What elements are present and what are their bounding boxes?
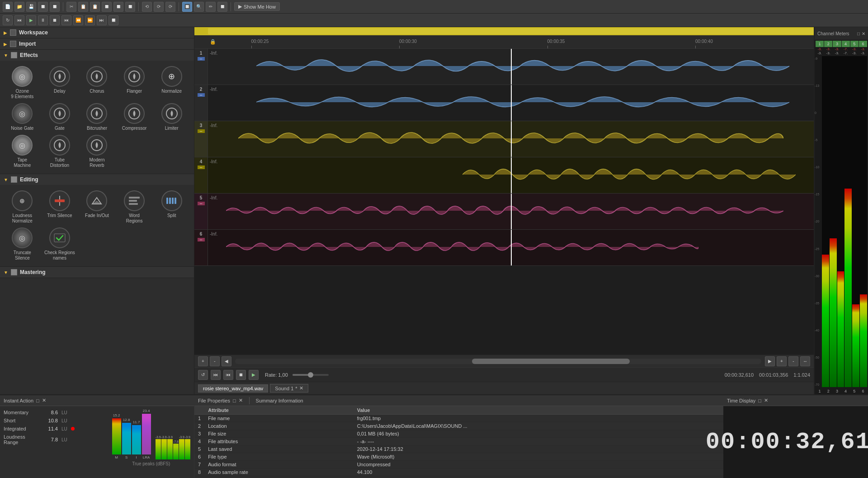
show-me-how-button[interactable]: ▶ Show Me How [234, 2, 280, 11]
effect-noisegate[interactable]: ◎ Noise Gate [5, 103, 39, 131]
misc3-icon[interactable]: 🔲 [125, 2, 135, 12]
track-mute-2[interactable]: ─ [198, 93, 205, 97]
cut-icon[interactable]: ✂ [66, 2, 76, 12]
redo1-icon[interactable]: ⟳ [154, 2, 164, 12]
scroll-center-btn[interactable]: - [210, 356, 220, 366]
track-mute-5[interactable]: ─ [198, 202, 205, 205]
effect-tubedistortion[interactable]: TubeDistortion [43, 135, 77, 168]
misc1-icon[interactable]: 🔲 [102, 2, 112, 12]
misc2-icon[interactable]: 🔲 [113, 2, 123, 12]
track-content-5[interactable]: -Inf. [208, 194, 814, 229]
zoom-icon[interactable]: 🔍 [194, 2, 204, 12]
effect-compressor[interactable]: Compressor [118, 103, 151, 131]
forward-btn[interactable]: ⏩ [85, 15, 95, 25]
redo2-icon[interactable]: ⟳ [165, 2, 175, 12]
import-checkbox[interactable] [10, 41, 16, 47]
play-btn-2[interactable]: ▶ [249, 370, 259, 380]
scroll-minus-btn[interactable]: - [788, 356, 798, 366]
undo-icon[interactable]: ⟲ [142, 2, 152, 12]
scroll-plus-btn[interactable]: + [777, 356, 787, 366]
save2-icon[interactable]: 🔲 [50, 2, 60, 12]
loop-btn[interactable]: ↻ [3, 15, 13, 25]
file-tab-rosie[interactable]: rosie stereo_wav_mp4.wav [198, 384, 268, 393]
mastering-checkbox[interactable] [11, 269, 17, 275]
loudness-short: Short 10.8 LU [4, 418, 108, 423]
prev-btn[interactable]: ⏮ [61, 15, 71, 25]
track-mute-3[interactable]: ─ [198, 129, 205, 133]
effect-modernreverb[interactable]: ModernReverb [80, 135, 114, 168]
effect-flanger[interactable]: Flanger [118, 66, 151, 99]
mode-icon[interactable]: 🔲 [182, 2, 192, 12]
track-mute-6[interactable]: ─ [198, 238, 205, 241]
prev-mark-btn[interactable]: ⏮ [223, 370, 233, 380]
rate-slider[interactable] [292, 374, 329, 376]
play-btn[interactable]: ▶ [26, 15, 36, 25]
scroll-fwd-btn[interactable]: ▶ [765, 356, 775, 366]
track-content-1[interactable]: -Inf. [208, 49, 814, 85]
save-icon[interactable]: 💾 [26, 2, 36, 12]
workspace-header[interactable]: ▶ Workspace [0, 27, 194, 38]
effect-normalize[interactable]: ⊕ Normalize [155, 66, 189, 99]
workspace-checkbox[interactable] [10, 29, 16, 36]
effects-header[interactable]: ▼ Effects [0, 50, 194, 61]
end-btn[interactable]: ⏭ [97, 15, 107, 25]
loop-btn-2[interactable]: ↺ [198, 370, 208, 380]
effect-trimsilence[interactable]: Trim Silence [43, 190, 77, 224]
scroll-left-btn[interactable]: + [198, 356, 208, 366]
ia-expand-icon[interactable]: □ [36, 398, 39, 403]
effect-ozone[interactable]: ◎ Ozone9 Elements [5, 66, 39, 99]
save-all-icon[interactable]: 🔲 [38, 2, 48, 12]
rewind-start-btn[interactable]: ⏮ [14, 15, 24, 25]
effect-wordregions[interactable]: WordRegions [118, 190, 151, 224]
track-content-2[interactable]: -Inf. [208, 85, 814, 121]
td-expand-icon[interactable]: □ [758, 398, 761, 403]
mastering-header[interactable]: ▼ Mastering [0, 267, 194, 278]
channel-meters-close-icon[interactable]: □ [857, 31, 860, 36]
sound-tab-close[interactable]: ✕ [299, 385, 303, 391]
rewind-btn[interactable]: ⏪ [73, 15, 83, 25]
file-tab-sound1[interactable]: Sound 1 * ✕ [270, 384, 308, 393]
edit-icon[interactable]: ✏ [206, 2, 216, 12]
td-close-icon[interactable]: ✕ [764, 398, 768, 403]
open-icon[interactable]: 📁 [14, 2, 24, 12]
track-content-4[interactable]: -Inf. [208, 157, 814, 193]
fp-close-icon[interactable]: ✕ [239, 398, 243, 403]
effect-checkregions[interactable]: Check Regionsnames [43, 227, 77, 261]
copy-icon[interactable]: 📋 [78, 2, 88, 12]
stop-btn[interactable]: ⏹ [50, 15, 60, 25]
summary-tab[interactable]: Summary Information [256, 398, 303, 403]
effect-truncatesilence[interactable]: ◎ TruncateSilence [5, 227, 39, 261]
effect-delay[interactable]: Delay [43, 66, 77, 99]
stop-btn-2[interactable]: ⏹ [236, 370, 246, 380]
import-header[interactable]: ▶ Import [0, 38, 194, 49]
fp-expand-icon[interactable]: □ [233, 398, 236, 403]
track-content-3[interactable]: -Inf. [208, 121, 814, 157]
jump-start-btn[interactable]: ⏮ [211, 370, 221, 380]
scrollbar[interactable] [235, 359, 761, 364]
pause-btn[interactable]: ⏸ [38, 15, 48, 25]
channel-meters-x-icon[interactable]: ✕ [862, 31, 865, 36]
paste-icon[interactable]: 📋 [90, 2, 100, 12]
effect-split[interactable]: Split [155, 190, 189, 224]
new-icon[interactable]: 📄 [3, 2, 13, 12]
fullscreen-btn[interactable]: 🔲 [108, 15, 118, 25]
track-mute-4[interactable]: ─ [198, 166, 205, 169]
effect-loudnessnorm[interactable]: ⊕ LoudnessNormalize [5, 190, 39, 224]
effect-fadeinout[interactable]: Fade In/Out [80, 190, 114, 224]
scrollbar-thumb[interactable] [472, 359, 630, 364]
misc4-icon[interactable]: 🔲 [217, 2, 227, 12]
track-content-6[interactable]: -Inf. [208, 230, 814, 265]
effect-limiter[interactable]: Limiter [155, 103, 189, 131]
editing-checkbox[interactable] [11, 176, 17, 183]
effect-tapemachine[interactable]: ◎ TapeMachine [5, 135, 39, 168]
effect-chorus[interactable]: Chorus [80, 66, 114, 99]
scroll-arrows-btn[interactable]: ↔ [800, 356, 810, 366]
scroll-back-btn[interactable]: ◀ [222, 356, 231, 366]
track-mute-1[interactable]: ─ [198, 57, 205, 61]
tubedistortion-icon [49, 135, 70, 156]
effects-checkbox[interactable] [11, 52, 17, 58]
effect-bitcrusher[interactable]: Bitcrusher [80, 103, 114, 131]
editing-header[interactable]: ▼ Editing [0, 174, 194, 185]
ia-close-icon[interactable]: ✕ [42, 398, 46, 403]
effect-gate[interactable]: Gate [43, 103, 77, 131]
